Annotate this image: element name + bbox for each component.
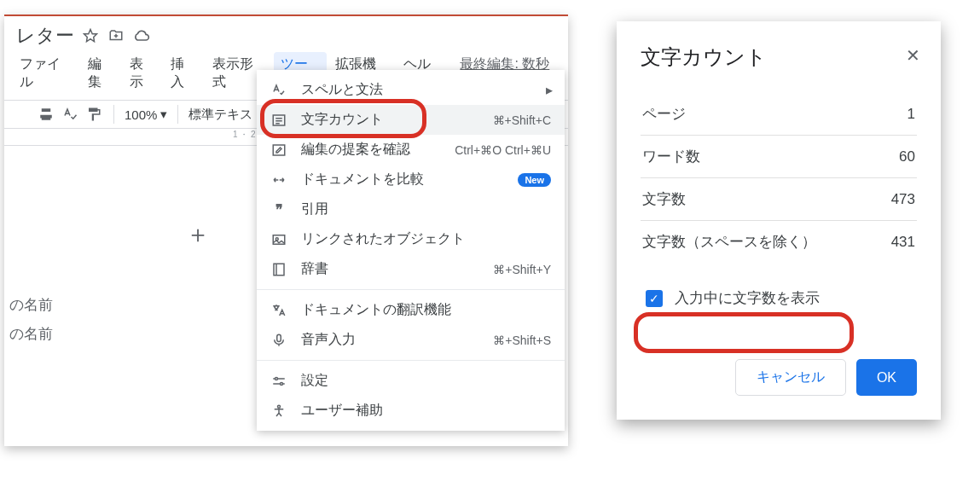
menu-label: リンクされたオブジェクト (301, 230, 465, 248)
label: 文字数 (642, 189, 686, 209)
menu-label: ユーザー補助 (301, 402, 383, 420)
word-count-dialog: 文字カウント ✕ ページ1 ワード数60 文字数473 文字数（スペースを除く）… (617, 21, 941, 420)
svg-point-9 (278, 405, 281, 408)
menu-edit[interactable]: 編集 (81, 52, 121, 95)
menu-insert[interactable]: 挿入 (164, 52, 204, 95)
chevron-down-icon: ▾ (160, 107, 167, 122)
svg-marker-0 (84, 30, 97, 42)
paint-format-icon[interactable] (84, 105, 103, 124)
menu-linked-objects[interactable]: リンクされたオブジェクト (257, 224, 565, 254)
shortcut: Ctrl+⌘O Ctrl+⌘U (455, 143, 551, 157)
menu-label: 音声入力 (301, 331, 356, 349)
cloud-icon[interactable] (132, 26, 151, 45)
shortcut: ⌘+Shift+C (493, 113, 551, 127)
label: 文字数（スペースを除く） (642, 232, 816, 252)
separator (177, 105, 178, 124)
svg-rect-5 (274, 264, 284, 276)
menu-view[interactable]: 表示 (123, 52, 163, 95)
menu-translate[interactable]: ドキュメントの翻訳機能 (257, 295, 565, 325)
menu-label: スペルと文法 (301, 81, 383, 99)
zoom-value: 100% (125, 107, 157, 122)
spellcheck-icon[interactable] (61, 105, 79, 124)
spell-icon (270, 82, 287, 99)
menu-label: ドキュメントを比較 (301, 171, 424, 188)
menu-separator (257, 360, 565, 361)
svg-point-8 (281, 382, 283, 385)
tools-dropdown: スペルと文法 ▸ 文字カウント ⌘+Shift+C 編集の提案を確認 Ctrl+… (257, 70, 565, 431)
dialog-buttons: キャンセル OK (641, 359, 917, 396)
menu-compare-docs[interactable]: ドキュメントを比較 New (257, 165, 565, 194)
new-badge: New (518, 173, 551, 187)
menu-label: 辞書 (301, 260, 328, 278)
linked-icon (270, 231, 287, 248)
dictionary-icon (270, 261, 287, 278)
value: 473 (891, 191, 915, 208)
shortcut: ⌘+Shift+S (493, 334, 551, 347)
menu-label: 設定 (301, 372, 328, 390)
row-words: ワード数60 (641, 136, 917, 178)
accessibility-icon (270, 403, 287, 420)
add-button[interactable]: ＋ (186, 218, 210, 251)
suggest-icon (270, 142, 287, 159)
menu-word-count[interactable]: 文字カウント ⌘+Shift+C (257, 105, 565, 135)
body-line: の名前 (9, 320, 53, 349)
menu-spell-grammar[interactable]: スペルと文法 ▸ (257, 75, 565, 105)
menu-dictionary[interactable]: 辞書 ⌘+Shift+Y (257, 254, 565, 284)
svg-rect-6 (277, 334, 281, 341)
mic-icon (270, 332, 287, 349)
separator (113, 105, 114, 124)
menu-label: 編集の提案を確認 (301, 141, 410, 159)
label: ページ (642, 104, 686, 124)
ok-button[interactable]: OK (856, 359, 917, 396)
body-line: の名前 (9, 291, 53, 320)
quote-icon: ❞ (270, 201, 287, 218)
display-count-checkbox[interactable]: ✓ 入力中に文字数を表示 (641, 285, 917, 311)
cancel-button[interactable]: キャンセル (735, 359, 846, 396)
star-icon[interactable] (81, 26, 100, 45)
shortcut: ⌘+Shift+Y (493, 263, 551, 276)
stats-rows: ページ1 ワード数60 文字数473 文字数（スペースを除く）431 (641, 93, 917, 263)
menu-citations[interactable]: ❞ 引用 (257, 194, 565, 224)
document-body[interactable]: の名前 の名前 (9, 291, 53, 349)
checkbox-icon: ✓ (646, 290, 663, 307)
row-chars: 文字数473 (641, 178, 917, 221)
menu-file[interactable]: ファイル (13, 52, 79, 95)
dialog-title: 文字カウント (641, 44, 917, 71)
value: 1 (908, 106, 915, 123)
close-icon[interactable]: ✕ (906, 45, 920, 66)
menu-separator (257, 289, 565, 290)
menu-voice-typing[interactable]: 音声入力 ⌘+Shift+S (257, 325, 565, 355)
preferences-icon (270, 373, 287, 390)
menu-review-suggestions[interactable]: 編集の提案を確認 Ctrl+⌘O Ctrl+⌘U (257, 135, 565, 165)
paragraph-style-select[interactable]: 標準テキス (188, 107, 252, 123)
value: 431 (891, 234, 915, 251)
checkbox-label: 入力中に文字数を表示 (675, 288, 820, 308)
row-chars-nospace: 文字数（スペースを除く）431 (641, 221, 917, 263)
submenu-arrow-icon: ▸ (546, 82, 553, 98)
word-count-icon (270, 112, 287, 129)
row-pages: ページ1 (641, 93, 917, 136)
label: ワード数 (642, 147, 700, 166)
svg-point-7 (275, 377, 278, 380)
svg-rect-2 (273, 145, 285, 155)
zoom-select[interactable]: 100%▾ (125, 107, 167, 122)
compare-icon (270, 171, 287, 188)
menu-label: 文字カウント (301, 111, 383, 129)
menu-label: 引用 (301, 200, 328, 218)
title-bar: レター (4, 16, 568, 52)
menu-label: ドキュメントの翻訳機能 (301, 301, 451, 319)
print-icon[interactable] (37, 105, 55, 124)
menu-preferences[interactable]: 設定 (257, 366, 565, 396)
translate-icon (270, 302, 287, 319)
move-icon[interactable] (107, 26, 125, 45)
menu-accessibility[interactable]: ユーザー補助 (257, 396, 565, 426)
document-title[interactable]: レター (16, 23, 74, 49)
value: 60 (899, 148, 915, 165)
